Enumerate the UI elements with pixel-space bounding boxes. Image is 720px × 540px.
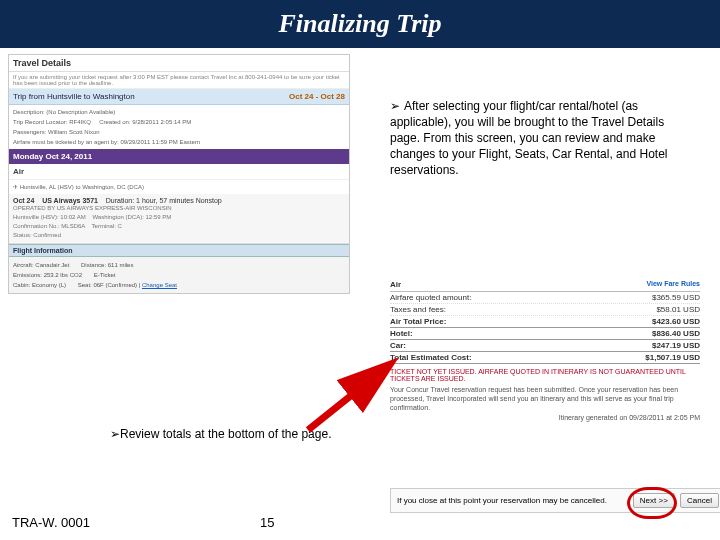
flight-info-header: Flight Information <box>9 244 349 257</box>
total-label: Total Estimated Cost: <box>390 353 472 362</box>
seg-date: Oct 24 <box>13 197 34 204</box>
arrive: Washington (DCA): 12:59 PM <box>92 214 171 220</box>
slide-body: Travel Details If you are submitting you… <box>0 48 720 540</box>
record-locator: Trip Record Locator: RF4IKQ <box>13 119 91 125</box>
trip-dates: Oct 24 - Oct 28 <box>289 92 345 101</box>
desc-label: Description: <box>13 109 45 115</box>
hotel-value: $836.40 USD <box>652 329 700 338</box>
deadline-note: If you are submitting your ticket reques… <box>9 72 349 89</box>
cost-summary: Air View Fare Rules Airfare quoted amoun… <box>390 278 700 421</box>
bullet-review-totals: ➢Review totals at the bottom of the page… <box>110 426 370 442</box>
flight-info: Aircraft: Canadair Jet Distance: 611 mil… <box>9 257 349 293</box>
slide-title: Finalizing Trip <box>0 0 720 48</box>
air-section-label: Air <box>9 164 349 180</box>
taxes-label: Taxes and fees: <box>390 305 446 314</box>
status: Status: Confirmed <box>13 231 345 240</box>
bullet-1-text: After selecting your flight/car rental/h… <box>390 99 667 177</box>
operated-by: OPERATED BY US AIRWAYS EXPRESS-AIR WISCO… <box>13 204 345 213</box>
itinerary-timestamp: Itinerary generated on 09/28/2011 at 2:0… <box>390 414 700 421</box>
created-on: Created on: 9/28/2011 2:05:14 PM <box>99 119 191 125</box>
taxes-value: $58.01 USD <box>656 305 700 314</box>
screenshot-header: Travel Details <box>9 55 349 72</box>
air-total-value: $423.60 USD <box>652 317 700 326</box>
eticket: E-Ticket <box>94 272 116 278</box>
carrier: US Airways 3571 <box>42 197 98 204</box>
air-total-label: Air Total Price: <box>390 317 446 326</box>
trip-banner: Trip from Huntsville to Washington Oct 2… <box>9 89 349 105</box>
cancel-button[interactable]: Cancel <box>680 493 719 508</box>
distance: Distance: 611 miles <box>81 262 133 268</box>
confirmation-no: Confirmation No.: MLSD6A <box>13 223 85 229</box>
bullet-arrow-icon: ➢ <box>110 427 120 441</box>
depart: Huntsville (HSV): 10:02 AM <box>13 214 86 220</box>
passengers: Passengers: William Scott Nixon <box>13 129 100 135</box>
bullet-2-text: Review totals at the bottom of the page. <box>120 427 331 441</box>
desc-value: (No Description Available) <box>46 109 115 115</box>
hotel-label: Hotel: <box>390 329 413 338</box>
document-id: TRA-W. 0001 <box>12 515 90 530</box>
confirmation-blurb: Your Concur Travel reservation request h… <box>390 385 700 412</box>
close-warning-text: If you close at this point your reservat… <box>397 496 607 505</box>
flight-segment: Oct 24 US Airways 3571 Duration: 1 hour,… <box>9 194 349 244</box>
page-number: 15 <box>260 515 274 530</box>
aircraft: Aircraft: Canadair Jet <box>13 262 69 268</box>
next-button[interactable]: Next >> <box>633 493 675 508</box>
route: ✈ Huntsville, AL (HSV) to Washington, DC… <box>9 180 349 194</box>
bullet-travel-details: ➢After selecting your flight/car rental/… <box>390 98 690 178</box>
airfare-label: Airfare quoted amount: <box>390 293 471 302</box>
emissions: Emissions: 253.2 lbs CO2 <box>13 272 82 278</box>
day-header: Monday Oct 24, 2011 <box>9 149 349 164</box>
travel-details-screenshot: Travel Details If you are submitting you… <box>8 54 350 294</box>
car-value: $247.19 USD <box>652 341 700 350</box>
bullet-arrow-icon: ➢ <box>390 98 404 114</box>
cabin: Cabin: Economy (L) <box>13 282 66 288</box>
terminal: Terminal: C <box>92 223 122 229</box>
svg-line-0 <box>308 366 388 430</box>
route-text: Huntsville, AL (HSV) to Washington, DC (… <box>20 184 144 190</box>
close-warning-bar: If you close at this point your reservat… <box>390 488 720 513</box>
car-label: Car: <box>390 341 406 350</box>
change-seat-link[interactable]: Change Seat <box>142 282 177 288</box>
ticket-by: Airfare must be ticketed by an agent by:… <box>13 139 200 145</box>
trip-title: Trip from Huntsville to Washington <box>13 92 135 101</box>
seat: Seat: 06F (Confirmed) | <box>78 282 142 288</box>
total-value: $1,507.19 USD <box>645 353 700 362</box>
airfare-value: $365.59 USD <box>652 293 700 302</box>
duration: Duration: 1 hour, 57 minutes Nonstop <box>106 197 222 204</box>
view-fare-rules-link[interactable]: View Fare Rules <box>646 280 700 289</box>
air-header: Air <box>390 280 401 289</box>
ticket-warning: TICKET NOT YET ISSUED. AIRFARE QUOTED IN… <box>390 368 700 382</box>
